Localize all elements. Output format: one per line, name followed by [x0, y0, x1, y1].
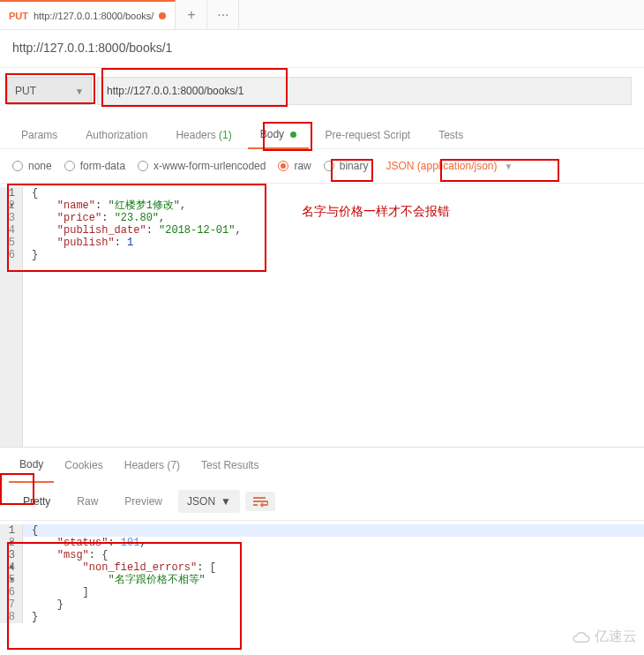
body-opt-xwww-label: x-www-form-urlencoded	[154, 160, 266, 172]
radio-icon	[324, 161, 334, 171]
resp-tab-body[interactable]: Body	[9, 448, 54, 483]
request-config-tabs: Params Authorization Headers (1) Body Pr…	[0, 105, 644, 149]
body-type-row: none form-data x-www-form-urlencoded raw…	[0, 149, 644, 184]
unsaved-dot-icon	[159, 12, 166, 19]
view-raw[interactable]: Raw	[66, 490, 109, 513]
body-opt-binary[interactable]: binary	[324, 160, 369, 172]
method-url-row: PUT ▼ http://127.0.0.1:8000/books/1	[0, 68, 644, 105]
url-input-value: http://127.0.0.1:8000/books/1	[107, 85, 243, 97]
resp-tab-headers[interactable]: Headers (7)	[114, 448, 191, 482]
response-view-row: Pretty Raw Preview JSON ▼	[0, 483, 644, 521]
tab-headers[interactable]: Headers (1)	[163, 122, 243, 148]
resp-headers-count: (7)	[167, 459, 180, 471]
method-select-label: PUT	[15, 85, 36, 97]
resp-tab-cookies[interactable]: Cookies	[54, 448, 113, 482]
tab-url: http://127.0.0.1:8000/books/	[34, 11, 154, 21]
resp-tab-test-results[interactable]: Test Results	[191, 448, 269, 482]
tab-headers-label: Headers	[176, 129, 215, 141]
content-type-select[interactable]: JSON (application/json) ▼	[380, 158, 518, 174]
url-input[interactable]: http://127.0.0.1:8000/books/1	[97, 77, 632, 105]
body-opt-form-data[interactable]: form-data	[64, 160, 125, 172]
add-tab-button[interactable]: +	[176, 0, 207, 29]
watermark: 亿速云	[572, 628, 637, 646]
tab-prerequest[interactable]: Pre-request Script	[312, 122, 423, 148]
tab-params[interactable]: Params	[9, 122, 70, 148]
tab-body-label: Body	[260, 128, 284, 140]
body-opt-raw-label: raw	[294, 160, 311, 172]
body-opt-raw[interactable]: raw	[278, 160, 311, 172]
radio-icon	[64, 161, 75, 171]
tab-body[interactable]: Body	[248, 121, 310, 149]
response-format-select[interactable]: JSON ▼	[178, 490, 240, 513]
request-body-editor[interactable]: 1 ▾ 23456 { "name": "红楼梦1修改", "price": "…	[0, 184, 644, 447]
chevron-down-icon: ▼	[221, 495, 231, 508]
response-body-viewer[interactable]: 1 ▾ 2 3 ▾ 4 ▾ 5678 { "status": 101, "msg…	[0, 521, 644, 623]
response-tabs: Body Cookies Headers (7) Test Results	[0, 448, 644, 483]
editor-gutter: 1 ▾ 23456	[0, 187, 23, 447]
body-opt-form-data-label: form-data	[80, 160, 125, 172]
wrap-icon	[252, 495, 268, 508]
body-active-dot-icon	[290, 132, 296, 138]
annotation-text: 名字与价格一样才不会报错	[302, 204, 450, 220]
tab-overflow-button[interactable]: ···	[207, 0, 239, 29]
body-opt-binary-label: binary	[340, 160, 369, 172]
request-tab[interactable]: PUT http://127.0.0.1:8000/books/	[0, 0, 176, 29]
body-opt-none-label: none	[28, 160, 52, 172]
radio-icon	[12, 161, 23, 171]
view-preview[interactable]: Preview	[114, 490, 173, 513]
chevron-down-icon: ▼	[505, 162, 513, 171]
radio-icon	[138, 161, 148, 171]
watermark-text: 亿速云	[595, 628, 637, 646]
body-opt-none[interactable]: none	[12, 160, 52, 172]
headers-count: (1)	[219, 129, 232, 141]
method-select[interactable]: PUT ▼	[7, 77, 92, 105]
wrap-lines-button[interactable]	[245, 492, 275, 511]
tab-tests[interactable]: Tests	[426, 122, 476, 148]
response-format-label: JSON	[187, 495, 215, 508]
body-opt-xwww[interactable]: x-www-form-urlencoded	[138, 160, 266, 172]
view-pretty[interactable]: Pretty	[12, 490, 61, 513]
editor-gutter: 1 ▾ 2 3 ▾ 4 ▾ 5678	[0, 524, 23, 623]
resp-tab-headers-label: Headers	[124, 459, 164, 471]
tab-bar: PUT http://127.0.0.1:8000/books/ + ···	[0, 0, 644, 30]
editor-lines: { "name": "红楼梦1修改", "price": "23.80", "p…	[23, 187, 644, 447]
editor-lines: { "status": 101, "msg": { "non_field_err…	[23, 524, 644, 623]
content-type-label: JSON (application/json)	[386, 160, 497, 172]
radio-checked-icon	[278, 161, 288, 171]
chevron-down-icon: ▼	[75, 87, 84, 96]
tab-authorization[interactable]: Authorization	[73, 122, 160, 148]
cloud-icon	[572, 631, 591, 644]
response-area: Body Cookies Headers (7) Test Results Pr…	[0, 447, 644, 623]
tab-method: PUT	[9, 11, 28, 21]
request-title: http://127.0.0.1:8000/books/1	[0, 30, 644, 68]
